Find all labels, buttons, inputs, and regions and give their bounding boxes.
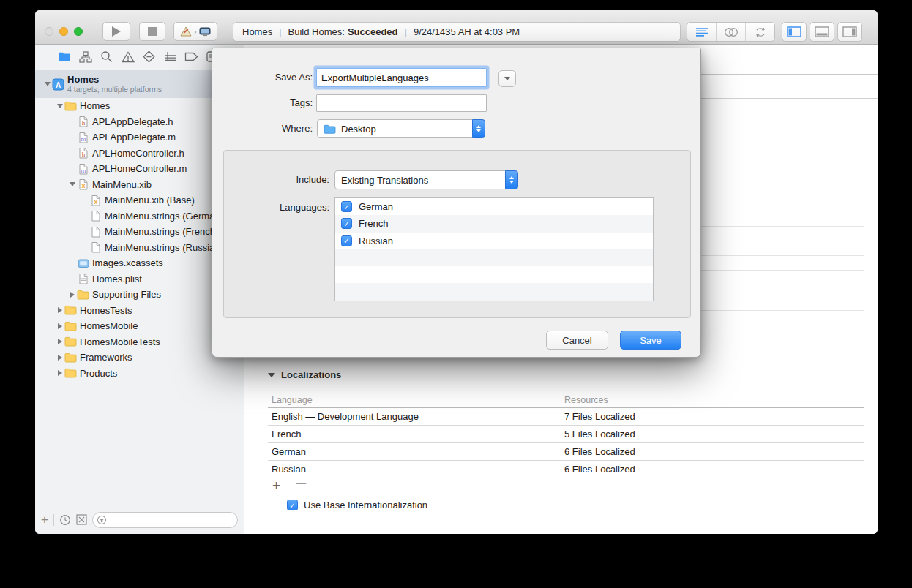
- navigator-filter-bar: +: [35, 505, 244, 534]
- disclosure-triangle[interactable]: [55, 323, 64, 329]
- disclosure-triangle[interactable]: [67, 292, 77, 298]
- status-project: Homes: [242, 26, 272, 37]
- disclosure-triangle[interactable]: [55, 370, 64, 376]
- svg-text:x: x: [81, 182, 85, 189]
- language-row: [335, 249, 653, 266]
- tree-item-label: MainMenu.xib: [92, 179, 152, 190]
- minimize-window-button[interactable]: [59, 27, 68, 36]
- svg-text:h: h: [81, 119, 85, 127]
- include-value: Existing Translations: [341, 175, 428, 186]
- chevron-right-icon: ›: [194, 28, 196, 36]
- table-row[interactable]: English — Development Language7 Files Lo…: [268, 408, 864, 426]
- expand-sheet-button[interactable]: [498, 70, 516, 87]
- language-row: [335, 283, 653, 300]
- tags-label: Tags:: [212, 97, 313, 108]
- xcassets-icon: [77, 257, 89, 269]
- disclosure-triangle-icon[interactable]: [268, 373, 275, 377]
- status-time: 9/24/1435 AH at 4:03 PM: [414, 26, 520, 37]
- toggle-utilities-button[interactable]: [837, 22, 862, 42]
- save-button[interactable]: Save: [620, 331, 681, 350]
- export-save-sheet: Save As: Tags: Where: Desktop Include: E…: [212, 48, 701, 358]
- language-row[interactable]: ✓French: [335, 215, 653, 232]
- folder-icon: [64, 351, 77, 363]
- where-popup[interactable]: Desktop: [317, 119, 485, 138]
- tree-item-label: HomesMobile: [80, 320, 138, 331]
- disclosure-triangle[interactable]: [42, 82, 52, 86]
- screen: › Homes | Build Homes: Succeeded | 9/24/…: [0, 0, 912, 588]
- language-row[interactable]: ✓Russian: [335, 233, 653, 249]
- table-row[interactable]: French5 Files Localized: [268, 426, 864, 443]
- language-checkbox[interactable]: ✓: [341, 201, 352, 212]
- language-label: Russian: [359, 235, 393, 246]
- status-result: Succeeded: [348, 26, 398, 37]
- version-editor-icon: [753, 27, 768, 37]
- close-window-button[interactable]: [45, 27, 53, 36]
- use-base-checkbox[interactable]: ✓: [287, 500, 298, 510]
- cell-resources: 6 Files Localized: [564, 464, 864, 475]
- toggle-debug-area-button[interactable]: [810, 22, 834, 42]
- strings-file-icon: [89, 241, 102, 254]
- zoom-window-button[interactable]: [74, 27, 83, 36]
- remove-localization-button[interactable]: —: [296, 478, 306, 494]
- tree-item-label: HomesMobileTests: [80, 336, 160, 347]
- scheme-icon: [180, 26, 192, 37]
- cancel-button[interactable]: Cancel: [546, 331, 608, 350]
- tree-item-label: MainMenu.strings (German): [105, 211, 223, 222]
- issue-navigator-icon[interactable]: [121, 50, 135, 64]
- tree-item[interactable]: Products: [35, 366, 244, 382]
- disclosure-triangle[interactable]: [55, 355, 64, 361]
- toggle-navigator-button[interactable]: [782, 22, 807, 42]
- language-label: German: [359, 201, 393, 212]
- languages-label: Languages:: [224, 202, 329, 213]
- header-file-icon: h: [77, 147, 89, 159]
- language-checkbox[interactable]: ✓: [341, 235, 352, 246]
- xib-file-icon: x: [89, 194, 102, 206]
- tree-item-label: Homes: [67, 75, 162, 86]
- disclosure-triangle[interactable]: [55, 307, 64, 313]
- project-navigator-icon[interactable]: [57, 50, 71, 64]
- add-localization-button[interactable]: +: [272, 478, 280, 494]
- debug-navigator-icon[interactable]: [163, 50, 177, 64]
- symbol-navigator-icon[interactable]: [78, 50, 92, 64]
- svg-text:m: m: [81, 135, 86, 142]
- disclosure-triangle[interactable]: [55, 339, 64, 344]
- version-editor-button[interactable]: [746, 23, 774, 41]
- run-button[interactable]: [102, 22, 130, 41]
- tree-item-label: Products: [80, 368, 117, 379]
- save-as-input[interactable]: [316, 68, 487, 87]
- search-navigator-icon[interactable]: [100, 50, 113, 64]
- language-checkbox[interactable]: ✓: [341, 218, 352, 229]
- table-row[interactable]: Russian6 Files Localized: [268, 461, 864, 478]
- cell-resources: 5 Files Localized: [564, 429, 864, 440]
- disclosure-triangle[interactable]: [55, 104, 64, 108]
- scheme-selector[interactable]: ›: [173, 22, 217, 41]
- export-options-panel: Include: Existing Translations Languages…: [223, 150, 691, 318]
- unsaved-files-icon[interactable]: [76, 514, 87, 525]
- svg-text:m: m: [81, 166, 86, 173]
- test-navigator-icon[interactable]: [142, 50, 156, 64]
- tree-item-label: Homes: [80, 100, 110, 111]
- editor-mode-segmented-control: [687, 22, 775, 42]
- folder-icon: [64, 320, 77, 332]
- stop-button[interactable]: [139, 22, 165, 41]
- folder-icon: [64, 304, 77, 317]
- tags-input[interactable]: [316, 94, 487, 112]
- filter-field[interactable]: [92, 512, 238, 528]
- breakpoint-navigator-icon[interactable]: [184, 50, 198, 64]
- recent-files-icon[interactable]: [59, 514, 71, 526]
- tree-item-label: MainMenu.xib (Base): [105, 195, 195, 206]
- tree-item-label: APLHomeController.h: [92, 148, 184, 159]
- include-label: Include:: [224, 174, 329, 185]
- assistant-editor-button[interactable]: [717, 23, 746, 41]
- localizations-header[interactable]: Localizations: [268, 369, 341, 380]
- activity-status-bar[interactable]: Homes | Build Homes: Succeeded | 9/24/14…: [233, 22, 681, 42]
- table-row[interactable]: German6 Files Localized: [268, 443, 864, 461]
- language-row[interactable]: ✓German: [335, 198, 653, 215]
- tree-item-label: Images.xcassets: [92, 257, 163, 268]
- disclosure-triangle[interactable]: [67, 182, 77, 186]
- include-popup[interactable]: Existing Translations: [334, 170, 518, 189]
- section-bottom-divider: [253, 529, 867, 529]
- standard-editor-button[interactable]: [687, 23, 717, 41]
- add-file-button[interactable]: +: [41, 513, 48, 527]
- table-header-row: Language Resources: [268, 393, 864, 408]
